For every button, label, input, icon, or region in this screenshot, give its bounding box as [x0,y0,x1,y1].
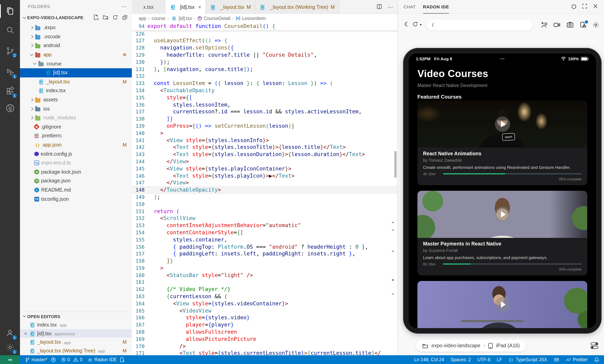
code-line[interactable]: 131 }, [navigation, course.title]); [132,66,397,73]
code-line[interactable]: 132 [132,73,397,80]
device-screen[interactable]: 1:52PM Fri Aug 8 ••• 100% Video Courses … [409,53,596,328]
code-line[interactable]: 136 styles.lessonItem, [132,101,397,108]
editor-tab[interactable]: x.tsx [132,0,165,14]
code-line[interactable]: 143 <Text style={styles.lessonDuration}>… [132,151,397,158]
copilot-icon[interactable] [554,357,559,362]
code-line[interactable]: 147 </View> [132,179,397,187]
extensions-icon[interactable]: 1 [0,83,20,99]
tree-item[interactable]: package-lock.json [20,168,132,176]
tree-item[interactable]: tsconfig.json [20,194,132,204]
cursor-position[interactable]: Ln 148, Col 24 [414,357,444,362]
editor-scrollbar[interactable] [394,151,397,178]
course-card[interactable]: swm React Native Animations by Tomasz Za… [417,101,587,185]
video-thumbnail[interactable] [417,191,587,238]
tree-item[interactable]: assets [20,95,132,104]
editor-tab[interactable]: _layout.tsx (Working Tree) M [255,0,339,14]
code-line[interactable]: 140 > [132,130,397,137]
editor-tab[interactable]: [id].tsx × [165,0,205,14]
remote-indicator[interactable]: >< [0,355,20,364]
code-line[interactable]: 171 <Text style={styles.currentLessonTit… [132,350,397,355]
tree-item[interactable]: .prettierrc [20,131,132,140]
formatter-item[interactable]: ✓✓Prettier [566,357,588,362]
problems-item[interactable]: 0 0 [61,357,83,362]
open-editor-item[interactable]: × [id].tsx app/course [20,329,132,338]
code-line[interactable]: 129 headerTitle: course?.title || "Cours… [132,51,397,59]
route-url-bar[interactable]: / [426,19,533,31]
code-line[interactable]: 163 {currentLesson && ( [132,293,397,300]
tree-item[interactable]: eslint.config.js [20,149,132,158]
back-icon[interactable] [403,21,409,29]
breadcrumb-file[interactable]: [id].tsx [179,16,192,21]
code-line[interactable]: 144 </View> [132,158,397,165]
editor-more-icon[interactable]: ⋯ [388,4,393,10]
git-branch-item[interactable]: master* [25,357,56,362]
workspace-section-header[interactable]: EXPO-VIDEO-LANDSCAPE [20,13,132,22]
code-line[interactable]: 170 /> [132,343,397,350]
breadcrumb-app[interactable]: app [138,16,146,21]
code-line[interactable]: 155 styles.container, [132,236,397,243]
account-icon[interactable]: 1 [0,325,20,341]
explorer-icon[interactable] [0,3,20,19]
tree-item[interactable]: node_modules [20,113,132,122]
code-line[interactable]: 167 player={player} [132,321,397,329]
tree-item[interactable]: app [20,50,132,59]
code-line[interactable]: 126 [132,30,397,37]
device-settings-toggles-icon[interactable] [591,342,598,351]
source-control-icon[interactable]: 2 [0,43,20,59]
code-line[interactable]: 161 [132,279,397,286]
code-line[interactable]: 165 <VideoView [132,307,397,314]
code-line[interactable]: 159 > [132,265,397,272]
play-button[interactable] [495,207,510,222]
play-button[interactable] [495,117,510,132]
device-selector-pill[interactable]: expo-video-landscape › iPad (A16) [416,340,526,352]
code-line[interactable]: 157 { paddingLeft: insets.left, paddingR… [132,250,397,258]
code-line[interactable]: 151 return ( [132,208,397,215]
code-line[interactable]: 146 <Text style={styles.playIcon}>▶</Tex… [132,172,397,179]
code-line[interactable]: 164 <View style={styles.videoContainer}> [132,300,397,307]
tree-item[interactable]: _layout.tsx M [20,77,132,86]
code-line[interactable]: 137 currentLesson?.id === lesson.id && s… [132,108,397,116]
tree-item[interactable]: package.json [20,176,132,185]
video-thumbnail[interactable]: swm [417,101,587,148]
code-line[interactable]: 152 <ScrollView [132,215,397,222]
reload-dropdown-icon[interactable]: ▾ [420,23,422,27]
tree-item[interactable]: ios [20,104,132,113]
collapse-all-icon[interactable] [122,14,128,21]
open-editor-item[interactable]: index.tsx app [20,320,132,329]
refresh-icon[interactable] [112,14,118,21]
code-line[interactable]: 142 <Text style={styles.lessonTitle}>{le… [132,144,397,151]
open-editors-header[interactable]: OPEN EDITORS [20,312,132,320]
code-line[interactable]: 127 useLayoutEffect(() => { [132,37,397,45]
code-line[interactable]: 128 navigation.setOptions({ [132,44,397,51]
code-line[interactable]: 138 ]} [132,115,397,122]
reload-icon[interactable] [412,21,418,28]
new-file-icon[interactable] [93,14,99,21]
run-debug-icon[interactable]: 1 [0,64,20,80]
tree-item[interactable]: course [20,59,132,68]
tree-item[interactable]: app.json M [20,140,132,149]
power-icon[interactable] [571,3,577,10]
code-line[interactable]: 94 export default function CourseDetail(… [132,23,397,30]
code-line[interactable]: 150 [132,201,397,208]
close-panel-icon[interactable] [592,3,598,10]
settings-gear-icon[interactable] [592,21,599,28]
maximize-panel-icon[interactable] [582,3,588,10]
code-line[interactable]: 169 allowsPictureInPicture [132,336,397,343]
code-line[interactable]: 158 ]} [132,257,397,265]
settings-gear-icon[interactable]: 1 [0,339,20,355]
device-debug-icon[interactable] [580,21,586,28]
code-line[interactable]: 162 {/* Video Player */} [132,286,397,293]
code-line[interactable]: 134 <TouchableOpacity [132,87,397,94]
code-line[interactable]: 141 <View style={styles.lessonInfo}> [132,137,397,144]
code-line[interactable]: 166 style={styles.video} [132,314,397,321]
dev-tools-icon[interactable] [541,21,547,28]
new-folder-icon[interactable] [103,14,109,21]
code-line[interactable]: 145 <View style={styles.playIconContaine… [132,165,397,172]
open-editor-item[interactable]: _layout.tsx (Working Tree) app M [20,346,132,355]
course-card[interactable]: Master Payments in React Native by Zuzan… [417,191,587,275]
indentation[interactable]: Spaces: 2 [451,357,471,362]
close-icon[interactable]: × [198,4,201,10]
tree-item[interactable]: README.md [20,185,132,194]
code-area[interactable]: 94 export default function CourseDetail(… [132,23,397,355]
screen-record-icon[interactable] [553,21,560,28]
